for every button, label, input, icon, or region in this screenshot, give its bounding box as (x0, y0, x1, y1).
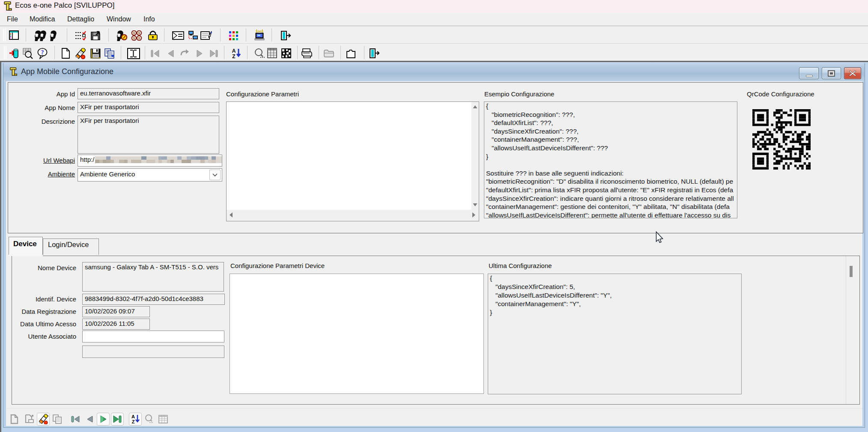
svg-text:S: S (133, 31, 135, 35)
svg-text:Z: Z (232, 54, 235, 59)
svg-text:S: S (138, 36, 140, 40)
svg-text:S: S (133, 36, 135, 40)
svg-text:?: ? (41, 49, 44, 56)
svg-text:A: A (131, 414, 135, 419)
svg-text:A: A (232, 48, 236, 54)
svg-text:S: S (138, 31, 140, 35)
svg-text:Z: Z (132, 419, 135, 424)
